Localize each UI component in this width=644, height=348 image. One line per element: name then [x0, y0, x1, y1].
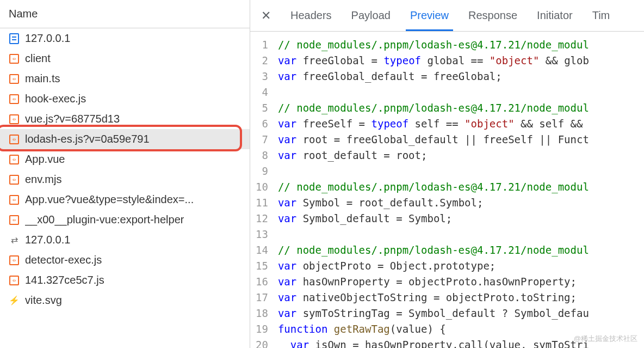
code-viewer: 1234567891011121314151617181920 // node_… [250, 32, 644, 348]
line-numbers: 1234567891011121314151617181920 [250, 32, 278, 348]
script-icon: ‹› [9, 174, 20, 185]
script-icon: ‹› [9, 275, 20, 286]
file-item[interactable]: ‹›main.ts [0, 69, 250, 89]
script-icon: ‹› [9, 255, 20, 266]
document-icon [9, 33, 20, 44]
file-name: App.vue [25, 153, 65, 166]
script-icon: ‹› [9, 215, 20, 225]
file-name: 127.0.0.1 [25, 234, 70, 246]
code-content: // node_modules/.pnpm/lodash-es@4.17.21/… [278, 32, 644, 348]
file-name: hook-exec.js [25, 93, 86, 105]
file-name: App.vue?vue&type=style&index=... [25, 193, 194, 206]
tab-tim[interactable]: Tim [583, 1, 620, 30]
script-icon: ‹› [9, 194, 20, 205]
script-icon: ‹› [9, 134, 20, 145]
tab-payload[interactable]: Payload [342, 1, 400, 30]
file-item[interactable]: ‹›App.vue [0, 149, 250, 169]
file-name: 141.327ce5c7.js [25, 274, 104, 286]
file-item[interactable]: ‹›__x00__plugin-vue:export-helper [0, 210, 250, 230]
file-list-panel: Name 127.0.0.1‹›client‹›main.ts‹›hook-ex… [0, 0, 250, 348]
script-icon: ‹› [9, 74, 20, 84]
websocket-icon: ⇄ [9, 235, 20, 246]
vite-icon: ⚡ [9, 295, 20, 306]
file-name: client [25, 52, 51, 65]
file-name: main.ts [25, 72, 60, 85]
file-item[interactable]: 127.0.0.1 [0, 28, 250, 48]
details-panel: ✕ HeadersPayloadPreviewResponseInitiator… [250, 0, 644, 348]
file-item[interactable]: ⇄127.0.0.1 [0, 230, 250, 250]
file-item[interactable]: ‹›App.vue?vue&type=style&index=... [0, 190, 250, 210]
close-icon[interactable]: ✕ [256, 5, 276, 26]
watermark: @稀土掘金技术社区 [574, 334, 637, 344]
file-name: __x00__plugin-vue:export-helper [25, 213, 184, 226]
file-item[interactable]: ⚡vite.svg [0, 290, 250, 310]
file-name: lodash-es.js?v=0a59e791 [25, 133, 150, 145]
file-item[interactable]: ‹›lodash-es.js?v=0a59e791 [0, 129, 250, 149]
file-name: env.mjs [25, 173, 61, 186]
file-list: 127.0.0.1‹›client‹›main.ts‹›hook-exec.js… [0, 28, 250, 348]
file-item[interactable]: ‹›env.mjs [0, 169, 250, 190]
tab-headers[interactable]: Headers [281, 1, 342, 30]
file-item[interactable]: ‹›141.327ce5c7.js [0, 270, 250, 290]
tab-initiator[interactable]: Initiator [527, 1, 583, 30]
script-icon: ‹› [9, 94, 20, 105]
file-item[interactable]: ‹›hook-exec.js [0, 89, 250, 109]
file-name: 127.0.0.1 [25, 32, 70, 45]
file-name: vue.js?v=68775d13 [25, 113, 120, 125]
file-name: vite.svg [25, 294, 62, 307]
file-item[interactable]: ‹›vue.js?v=68775d13 [0, 109, 250, 129]
script-icon: ‹› [9, 53, 20, 64]
script-icon: ‹› [9, 114, 20, 125]
tab-response[interactable]: Response [459, 1, 527, 30]
file-name: detector-exec.js [25, 254, 102, 266]
file-item[interactable]: ‹›detector-exec.js [0, 250, 250, 270]
tabs-header: ✕ HeadersPayloadPreviewResponseInitiator… [250, 0, 644, 32]
name-column-header: Name [0, 0, 250, 28]
file-item[interactable]: ‹›client [0, 48, 250, 69]
tab-preview[interactable]: Preview [400, 1, 459, 30]
script-icon: ‹› [9, 154, 20, 165]
